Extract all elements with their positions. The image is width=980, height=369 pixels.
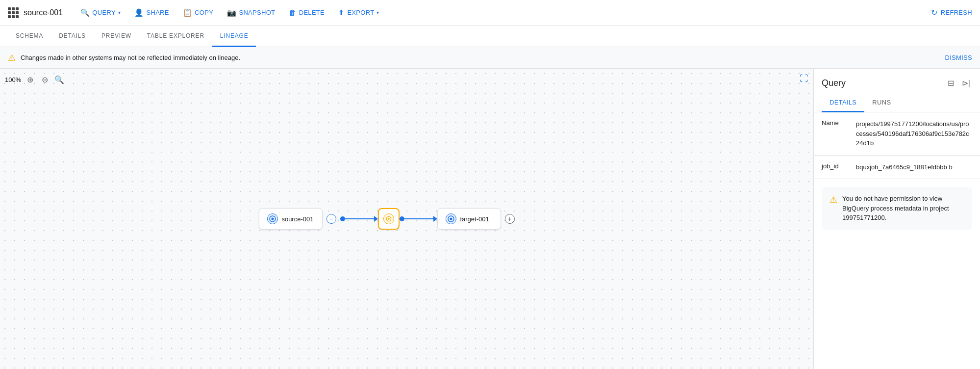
tab-details[interactable]: DETAILS (51, 26, 94, 47)
export-label: EXPORT (347, 9, 374, 16)
panel-tab-runs[interactable]: RUNS (864, 94, 899, 112)
svg-point-1 (271, 218, 274, 220)
zoom-controls: 100% ⊕ ⊖ 🔍 (5, 74, 65, 85)
target-node-icon (445, 213, 456, 224)
panel-title: Query (822, 78, 846, 88)
warning-icon: ⚠ (8, 53, 16, 63)
dismiss-button[interactable]: DISMISS (945, 54, 972, 61)
source-node-label: source-001 (281, 215, 313, 223)
panel-warning-box: ⚠ You do not have permission to view Big… (822, 187, 972, 230)
panel-close-button[interactable]: ⊳| (960, 77, 972, 90)
panel-row-key-jobid: job_id (822, 162, 856, 170)
refresh-button[interactable]: ↻ REFRESH (931, 8, 972, 17)
right-panel: Query ⊟ ⊳| DETAILS RUNS Name projects/19 (813, 69, 980, 369)
delete-button[interactable]: 🗑 DELETE (283, 5, 330, 20)
panel-row-key-name: Name (822, 119, 856, 127)
query-button[interactable]: 🔍 QUERY ▾ (75, 5, 126, 20)
export-icon: ⬆ (338, 8, 345, 17)
panel-content: Name projects/199751771200/locations/us/… (814, 112, 980, 369)
delete-label: DELETE (299, 9, 325, 16)
zoom-out-button[interactable]: ⊖ (39, 74, 50, 85)
expand-icon: ⛶ (800, 74, 808, 83)
chevron-down-icon: ▾ (118, 10, 121, 15)
arrow-right (433, 216, 437, 222)
tab-table-explorer[interactable]: TABLE EXPLORER (139, 26, 212, 47)
source-collapse-button[interactable]: − (326, 214, 336, 224)
process-node[interactable] (377, 208, 399, 230)
svg-point-5 (450, 218, 452, 220)
search-icon: 🔍 (80, 8, 90, 17)
panel-row-val-name: projects/199751771200/locations/us/proce… (856, 119, 972, 148)
connector-left (340, 216, 377, 222)
connector-dot-right (399, 216, 404, 221)
warning-left: ⚠ Changes made in other systems may not … (8, 53, 240, 63)
zoom-reset-button[interactable]: 🔍 (53, 74, 65, 85)
share-icon: 👤 (134, 8, 144, 17)
panel-icons: ⊟ ⊳| (946, 77, 972, 90)
zoom-in-button[interactable]: ⊕ (24, 74, 36, 85)
copy-icon: 📋 (183, 8, 192, 17)
target-node[interactable]: target-001 (437, 208, 501, 230)
zoom-in-icon: ⊕ (27, 75, 33, 84)
panel-row-name: Name projects/199751771200/locations/us/… (814, 112, 980, 156)
tab-schema[interactable]: SCHEMA (8, 26, 51, 47)
panel-warning-text: You do not have permission to view BigQu… (842, 194, 964, 223)
panel-split-button[interactable]: ⊟ (946, 77, 956, 90)
connector-right (399, 216, 437, 222)
line-right (404, 218, 433, 219)
warning-banner: ⚠ Changes made in other systems may not … (0, 47, 980, 69)
lineage-diagram: source-001 − (258, 208, 518, 230)
process-node-icon (383, 213, 394, 224)
tabs-bar: SCHEMA DETAILS PREVIEW TABLE EXPLORER LI… (0, 26, 980, 47)
toolbar: source-001 🔍 QUERY ▾ 👤 SHARE 📋 COPY 📷 SN… (0, 0, 980, 26)
panel-header: Query ⊟ ⊳| (814, 69, 980, 90)
chevron-down-icon-2: ▾ (377, 10, 379, 15)
connector-dot-left (340, 216, 345, 221)
tab-lineage[interactable]: LINEAGE (212, 26, 256, 47)
panel-tabs: DETAILS RUNS (814, 94, 980, 112)
zoom-out-icon: ⊖ (42, 75, 48, 84)
refresh-icon: ↻ (931, 8, 937, 17)
panel-warning-icon: ⚠ (829, 194, 837, 205)
source-node[interactable]: source-001 (258, 208, 322, 230)
snapshot-label: SNAPSHOT (239, 9, 275, 16)
share-button[interactable]: 👤 SHARE (128, 5, 175, 20)
panel-tab-details[interactable]: DETAILS (822, 94, 864, 112)
split-icon: ⊟ (948, 79, 954, 87)
warning-text: Changes made in other systems may not be… (21, 54, 240, 61)
refresh-label: REFRESH (941, 9, 972, 16)
zoom-reset-icon: 🔍 (54, 75, 64, 84)
panel-row-val-jobid: bquxjob_7a6465c9_1881efdbbb b (856, 162, 972, 172)
copy-button[interactable]: 📋 COPY (177, 5, 219, 20)
arrow-left (374, 216, 377, 222)
svg-point-3 (388, 218, 389, 219)
page-title: source-001 (24, 8, 63, 17)
line-left (345, 218, 374, 219)
source-node-icon (267, 213, 277, 224)
share-label: SHARE (146, 9, 169, 16)
snapshot-icon: 📷 (227, 8, 236, 17)
close-icon: ⊳| (962, 79, 970, 87)
lineage-canvas[interactable]: 100% ⊕ ⊖ 🔍 ⛶ (0, 69, 813, 369)
snapshot-button[interactable]: 📷 SNAPSHOT (221, 5, 281, 20)
expand-button[interactable]: ⛶ (800, 74, 808, 84)
query-label: QUERY (92, 9, 116, 16)
target-node-label: target-001 (460, 215, 489, 223)
copy-label: COPY (195, 9, 213, 16)
tab-preview[interactable]: PREVIEW (94, 26, 139, 47)
zoom-level: 100% (5, 76, 21, 83)
main-area: 100% ⊕ ⊖ 🔍 ⛶ (0, 69, 980, 369)
toolbar-title-section: source-001 (8, 7, 63, 18)
panel-row-jobid: job_id bquxjob_7a6465c9_1881efdbbb b (814, 156, 980, 180)
target-expand-button[interactable]: + (504, 214, 514, 224)
grid-icon (8, 7, 19, 18)
delete-icon: 🗑 (289, 8, 296, 17)
export-button[interactable]: ⬆ EXPORT ▾ (332, 5, 385, 20)
